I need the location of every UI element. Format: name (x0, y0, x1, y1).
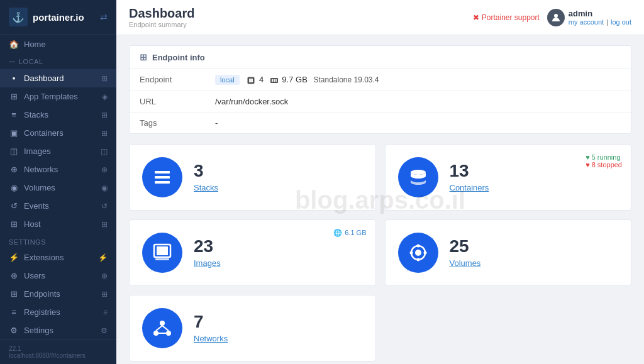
sidebar-item-settings[interactable]: ⚙ Settings ⚙ (0, 321, 116, 339)
containers-stat-card[interactable]: 13 Containers ♥ 5 running ♥ 8 stopped (385, 144, 632, 211)
sidebar-item-endpoints[interactable]: ⊞ Endpoints ⊞ (0, 285, 116, 303)
containers-icon: ▣ (9, 128, 19, 138)
stopped-badge: ♥ 8 stopped (586, 161, 622, 168)
svg-point-10 (411, 170, 426, 175)
svg-point-18 (409, 251, 413, 254)
sidebar-item-label: Host (24, 219, 41, 229)
app-templates-icon: ⊞ (9, 92, 19, 101)
settings-icon: ⚙ (9, 326, 19, 335)
sidebar-item-label: Endpoints (24, 289, 60, 299)
images-stat-card[interactable]: 23 Images 🌐 6.1 GB (129, 219, 376, 286)
sidebar-settings-section: SETTINGS (0, 233, 116, 248)
stacks-info: 3 Stacks (194, 162, 363, 192)
networks-icon-right: ⊕ (101, 165, 108, 174)
avatar (547, 9, 565, 26)
sidebar-toggle-icon[interactable]: ⇄ (100, 12, 108, 22)
footer-version: 22.1 (9, 345, 108, 352)
sidebar-item-app-templates[interactable]: ⊞ App Templates ◈ (0, 87, 116, 106)
sidebar-item-volumes[interactable]: ◉ Volumes ◉ (0, 179, 116, 197)
networks-label[interactable]: Networks (194, 334, 363, 343)
endpoint-badge: local (215, 75, 240, 85)
user-name: admin (569, 9, 631, 18)
footer-url: localhost:8080/#/containers (9, 352, 108, 359)
my-account-link[interactable]: my account (569, 18, 604, 26)
dashboard-icon: ▪ (9, 74, 19, 83)
user-links: my account | log out (569, 18, 631, 26)
memory-info: 9.7 GB (270, 75, 310, 84)
endpoint-row-endpoint: Endpoint local 4 9.7 GB Standalone 19.03… (130, 69, 631, 91)
volumes-label[interactable]: Volumes (450, 258, 619, 268)
sidebar-item-label: Stacks (24, 110, 48, 119)
endpoint-info-title: Endpoint info (152, 53, 205, 62)
svg-line-24 (162, 326, 169, 331)
images-label[interactable]: Images (194, 258, 363, 268)
networks-icon: ⊕ (9, 165, 19, 174)
sidebar-item-users[interactable]: ⊕ Users ⊕ (0, 267, 116, 285)
sidebar: ⚓ portainer.io ⇄ 🏠 Home LOCAL ▪ Dashboar… (0, 0, 116, 364)
support-icon: ✖ (473, 13, 479, 22)
volumes-icon-right: ◉ (101, 184, 108, 192)
sidebar-item-events[interactable]: ↺ Events ↺ (0, 197, 116, 215)
svg-point-0 (554, 14, 558, 18)
sidebar-item-home[interactable]: 🏠 Home (0, 35, 116, 54)
endpoint-value: local 4 9.7 GB Standalone 19.03.4 (205, 69, 631, 91)
endpoint-info-card: ⊞ Endpoint info Endpoint local 4 9.7 GB (129, 45, 631, 134)
containers-label[interactable]: Containers (450, 183, 619, 192)
sidebar-item-dashboard[interactable]: ▪ Dashboard ⊞ (0, 69, 116, 87)
registries-icon: ≡ (9, 307, 19, 317)
endpoints-icon: ⊞ (9, 289, 19, 299)
stacks-icon-right: ⊞ (101, 111, 108, 119)
endpoint-info-icon: ⊞ (140, 52, 147, 62)
sidebar-item-label: Networks (24, 165, 58, 174)
sidebar-footer: 22.1 localhost:8080/#/containers (0, 339, 116, 364)
main-content: Dashboard Endpoint summary ✖ Portainer s… (116, 0, 644, 364)
stats-grid-networks: 7 Networks (129, 295, 631, 361)
portainer-support-link[interactable]: ✖ Portainer support (473, 13, 540, 22)
tags-label: Tags (130, 112, 205, 133)
images-size: 🌐 6.1 GB (333, 229, 366, 237)
page-subtitle: Endpoint summary (129, 21, 194, 28)
heart-red-icon: ♥ (586, 161, 590, 168)
running-badge: ♥ 5 running (586, 153, 622, 161)
sidebar-logo: ⚓ portainer.io ⇄ (0, 0, 116, 35)
logo-icon: ⚓ (9, 8, 28, 26)
svg-point-15 (415, 250, 421, 256)
user-info: admin my account | log out (569, 9, 631, 26)
stacks-count: 3 (194, 162, 363, 181)
dashboard-icon-right: ⊞ (101, 74, 108, 83)
users-icon-right: ⊕ (101, 272, 108, 280)
tags-value: - (205, 112, 631, 133)
networks-stat-card[interactable]: 7 Networks (129, 295, 376, 361)
sidebar-item-stacks[interactable]: ≡ Stacks ⊞ (0, 106, 116, 124)
topbar-title-section: Dashboard Endpoint summary (129, 6, 194, 28)
sidebar-item-label: Registries (24, 307, 60, 317)
registries-icon-right: ≡ (103, 308, 108, 317)
sidebar-item-containers[interactable]: ▣ Containers ⊞ (0, 124, 116, 142)
host-icon: ⊞ (9, 219, 19, 229)
svg-rect-8 (155, 176, 170, 179)
svg-rect-6 (275, 79, 277, 82)
sidebar-item-label: Volumes (24, 183, 55, 192)
sidebar-local-section: LOCAL (0, 54, 116, 69)
sidebar-item-networks[interactable]: ⊕ Networks ⊕ (0, 160, 116, 179)
content-area: blog.arps.co.il ⊞ Endpoint info Endpoint… (116, 35, 644, 364)
heart-green-icon: ♥ (586, 153, 590, 161)
svg-rect-9 (155, 181, 170, 184)
settings-icon-right: ⚙ (101, 326, 108, 335)
disk-icon: 🌐 (333, 229, 342, 237)
sidebar-item-registries[interactable]: ≡ Registries ≡ (0, 303, 116, 321)
sidebar-item-host[interactable]: ⊞ Host ⊞ (0, 215, 116, 233)
sidebar-item-label: App Templates (24, 92, 78, 101)
log-out-link[interactable]: log out (611, 18, 631, 26)
images-size-badge: 🌐 6.1 GB (333, 229, 366, 237)
images-info: 23 Images (194, 237, 363, 268)
images-icon-right: ◫ (101, 147, 108, 156)
endpoint-info-header: ⊞ Endpoint info (130, 46, 631, 69)
svg-rect-13 (155, 258, 169, 260)
stacks-stat-card[interactable]: 3 Stacks (129, 144, 376, 211)
volumes-count: 25 (450, 237, 619, 256)
sidebar-item-extensions[interactable]: ⚡ Extensions ⚡ (0, 248, 116, 267)
sidebar-item-images[interactable]: ◫ Images ◫ (0, 142, 116, 160)
volumes-stat-card[interactable]: 25 Volumes (385, 219, 632, 286)
stacks-label[interactable]: Stacks (194, 183, 363, 192)
